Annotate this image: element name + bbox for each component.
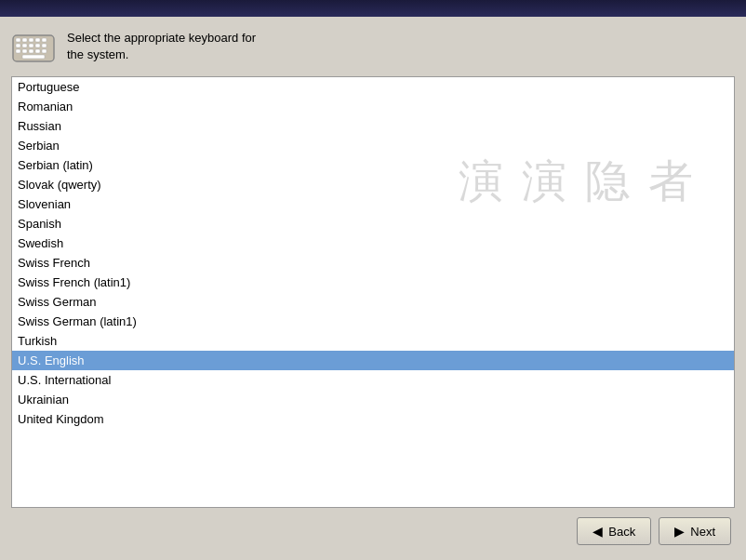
list-item[interactable]: Swiss German (latin1): [12, 312, 734, 331]
next-button[interactable]: ▶ Next: [659, 517, 731, 545]
svg-rect-8: [29, 44, 33, 47]
list-item[interactable]: Swiss French: [12, 253, 734, 273]
list-item[interactable]: Spanish: [12, 214, 734, 233]
svg-rect-7: [22, 44, 27, 47]
svg-rect-5: [42, 38, 47, 42]
svg-rect-3: [29, 38, 33, 42]
top-bar: [0, 0, 746, 17]
footer: ◀ Back ▶ Next: [11, 508, 735, 549]
svg-rect-14: [35, 49, 40, 53]
svg-rect-1: [16, 38, 20, 42]
svg-rect-10: [42, 44, 47, 47]
svg-rect-11: [16, 49, 20, 53]
list-item[interactable]: Swiss French (latin1): [12, 273, 734, 292]
list-item[interactable]: U.S. English: [12, 351, 734, 370]
list-item[interactable]: U.S. International: [12, 370, 734, 390]
main-content: Select the appropriate keyboard for the …: [0, 17, 746, 560]
back-label: Back: [608, 525, 635, 539]
svg-rect-15: [42, 49, 47, 53]
svg-rect-4: [35, 38, 40, 42]
list-item[interactable]: Serbian: [12, 136, 734, 155]
header-area: Select the appropriate keyboard for the …: [11, 28, 735, 65]
svg-rect-6: [16, 44, 20, 47]
svg-rect-16: [22, 55, 45, 59]
svg-rect-9: [35, 44, 40, 47]
keyboard-list-container: PortugueseRomanianRussianSerbianSerbian …: [11, 76, 735, 508]
list-item[interactable]: Ukrainian: [12, 390, 734, 409]
keyboard-list-scroll[interactable]: PortugueseRomanianRussianSerbianSerbian …: [12, 77, 734, 507]
back-icon: ◀: [593, 524, 603, 539]
keyboard-icon: [11, 28, 56, 65]
header-text: Select the appropriate keyboard for the …: [67, 30, 256, 63]
list-item[interactable]: Portuguese: [12, 77, 734, 97]
next-icon: ▶: [674, 524, 685, 539]
back-button[interactable]: ◀ Back: [577, 517, 651, 545]
list-item[interactable]: United Kingdom: [12, 409, 734, 429]
next-label: Next: [690, 525, 715, 539]
list-item[interactable]: Serbian (latin): [12, 155, 734, 175]
list-item[interactable]: Swedish: [12, 233, 734, 253]
list-item[interactable]: Slovenian: [12, 194, 734, 214]
list-item[interactable]: Swiss German: [12, 292, 734, 312]
svg-rect-2: [22, 38, 27, 42]
svg-rect-13: [29, 49, 33, 53]
list-item[interactable]: Turkish: [12, 331, 734, 351]
list-item[interactable]: Russian: [12, 116, 734, 136]
svg-rect-12: [22, 49, 27, 53]
list-item[interactable]: Romanian: [12, 97, 734, 116]
list-item[interactable]: Slovak (qwerty): [12, 175, 734, 194]
